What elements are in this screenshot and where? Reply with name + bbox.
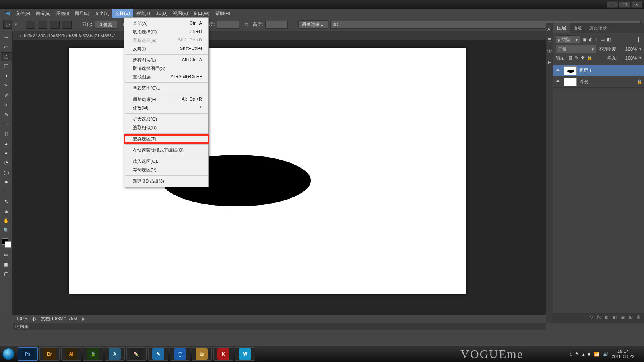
menu-窗口[interactable]: 窗口(W) [191,9,213,18]
menu-item[interactable]: 查找图层Alt+Shift+Ctrl+F [124,73,208,81]
show-desktop-button[interactable] [638,347,641,361]
menu-item[interactable]: 取消选择(D)Ctrl+D [124,28,208,36]
taskbar-app[interactable]: W [235,347,255,361]
document-tab[interactable]: cdbf6c81800a19d8f9ffeeb33bfa828ba71e4683… [16,33,119,39]
menu-文件[interactable]: 文件(F) [13,9,33,18]
menu-item[interactable]: 变换选区(T) [124,135,208,143]
filter-type-icon[interactable]: T [595,37,598,42]
tool-20[interactable]: 🔍 [1,226,12,235]
tool-1[interactable]: ▭ [1,43,12,51]
menu-item[interactable]: 存储选区(V)... [124,166,208,174]
dock-icon[interactable]: ▶ [548,60,551,65]
menu-item[interactable]: 反向(I)Shift+Ctrl+I [124,45,208,53]
menu-item[interactable]: 色彩范围(C)... [124,84,208,93]
menu-item[interactable]: 全部(A)Ctrl+A [124,19,208,28]
tray-arrow-icon[interactable]: ▴ [582,352,585,357]
menu-item[interactable]: 所有图层(L)Alt+Ctrl+A [124,56,208,64]
tool-9[interactable]: ⟋ [1,120,12,129]
selection-add-icon[interactable] [38,21,47,29]
tool-11[interactable]: ▲ [1,139,12,148]
tray-app-icon[interactable]: ■ [588,352,591,356]
lock-all-icon[interactable]: 🔒 [587,55,592,60]
opacity-value[interactable]: 100% [620,47,637,51]
taskbar-app[interactable]: A [105,347,125,361]
tool-18[interactable]: ⊞ [1,207,12,216]
tool-0[interactable]: ↔ [1,33,12,42]
tool-4[interactable]: ✦ [1,72,12,80]
height-input[interactable] [265,21,288,29]
start-button[interactable] [0,346,17,362]
menu-图层[interactable]: 图层(L) [72,9,92,18]
menu-帮助[interactable]: 帮助(H) [213,9,233,18]
tool-mode[interactable]: ▣ [1,260,12,269]
menu-编辑[interactable]: 编辑(E) [33,9,54,18]
menu-item[interactable]: 扩大选取(G) [124,115,208,123]
panel-footer-icon[interactable]: ▣ [621,315,625,321]
tool-6[interactable]: ✐ [1,91,12,100]
tray-network-icon[interactable]: 📶 [594,352,600,357]
tool-mode[interactable]: ▭ [1,250,12,259]
lock-trans-icon[interactable]: ▦ [568,55,572,60]
filter-pixel-icon[interactable]: ▣ [582,37,586,42]
timeline-panel-tab[interactable]: 时间轴 [13,323,546,330]
minimize-button[interactable]: — [607,1,618,8]
dock-icon[interactable]: ⓘ [547,48,552,54]
tool-14[interactable]: ◯ [1,168,12,177]
panel-tab[interactable]: 通道 [570,23,586,33]
feather-input[interactable]: 0 像素 [95,21,117,29]
maximize-button[interactable]: ❐ [619,1,630,8]
menu-item[interactable]: 修改(M) [124,104,208,112]
tool-7[interactable]: ⌖ [1,101,12,109]
menu-item[interactable]: 选取相似(R) [124,123,208,132]
swap-wh-icon[interactable]: ⇆ [244,22,248,27]
visibility-icon[interactable]: 👁 [555,68,561,74]
blend-mode-combo[interactable]: 正常▾ [556,45,596,53]
tool-15[interactable]: ✒ [1,178,12,187]
panel-tab[interactable]: 图层 [553,23,570,33]
color-swatches[interactable] [2,238,11,248]
tool-16[interactable]: T [1,187,12,196]
layer-filter-kind[interactable]: ρ 类型▾ [556,35,580,43]
menu-item[interactable]: 在快速蒙版模式下编辑(Q) [124,146,208,154]
tool-3[interactable]: ❏ [1,62,12,71]
visibility-icon[interactable]: 👁 [555,79,561,85]
width-input[interactable] [217,21,239,29]
tool-13[interactable]: ◔ [1,158,12,167]
doc-info[interactable]: 文档:1.83M/1.75M [41,316,77,322]
menu-item[interactable]: 新建 3D 凸出(3) [124,177,208,185]
tool-19[interactable]: ✋ [1,216,12,225]
tool-10[interactable]: ⌷ [1,130,12,138]
taskbar-app[interactable]: Ps [18,347,38,361]
lock-paint-icon[interactable]: ✎ [575,55,578,60]
layer-row[interactable]: 👁图层 1 [553,65,644,76]
filter-smart-icon[interactable]: ◧ [607,37,611,42]
filter-toggle-icon[interactable]: ▏ [638,37,642,42]
panel-footer-icon[interactable]: ◧ [613,315,617,321]
taskbar-app[interactable]: 🍡 [126,347,147,361]
menu-滤镜[interactable]: 滤镜(T) [133,9,153,18]
menu-item[interactable]: 调整边缘(F)...Alt+Ctrl+R [124,95,208,104]
taskbar-app[interactable]: Br [39,347,60,361]
tool-17[interactable]: ↖ [1,197,12,206]
tool-5[interactable]: ✂ [1,81,12,90]
taskbar-app[interactable]: ✎ [148,347,168,361]
layer-row[interactable]: 👁背景🔒 [553,76,644,88]
panel-footer-icon[interactable]: ⊞ [629,315,632,321]
taskbar-app[interactable]: K [213,347,233,361]
filter-adjust-icon[interactable]: ◐ [589,37,593,42]
panel-footer-icon[interactable]: ◐ [605,315,609,321]
dock-icon[interactable]: A| [547,27,551,31]
fill-value[interactable]: 100% [620,56,637,60]
zoom-level[interactable]: 100% [16,316,27,321]
refine-edge-button[interactable]: 调整边缘 ... [298,20,328,29]
zoom-icon[interactable]: ◐ [32,316,36,321]
panel-footer-icon[interactable]: fx [597,315,601,321]
panel-footer-icon[interactable]: 🗑 [636,315,641,321]
selection-intersect-icon[interactable] [62,21,72,29]
tray-flag-icon[interactable]: ⚑ [575,352,579,357]
menu-文字[interactable]: 文字(Y) [92,9,113,18]
taskbar-app[interactable]: 🍃 [83,347,103,361]
taskbar-app[interactable]: Ai [61,347,81,361]
menu-item[interactable]: 载入选区(O)... [124,157,208,166]
system-clock[interactable]: 15:17 2016-08-22 [612,349,634,359]
